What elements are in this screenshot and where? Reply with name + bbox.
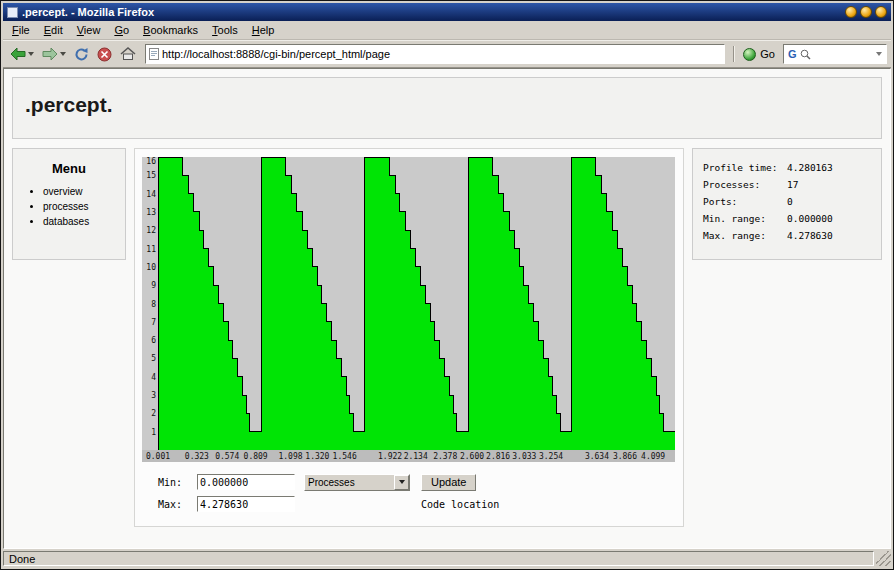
- x-tick-label: 1.922: [378, 452, 402, 461]
- main-panel: 16151413121110987654321 0.0010.3230.5740…: [134, 148, 684, 527]
- url-input[interactable]: [162, 46, 721, 62]
- y-tick-label: 10: [142, 263, 156, 272]
- forward-button[interactable]: [39, 42, 69, 66]
- x-tick-label: 2.134: [404, 452, 428, 461]
- activity-area-series: [158, 157, 675, 450]
- go-button[interactable]: Go: [739, 43, 779, 65]
- y-tick-label: 11: [142, 245, 156, 254]
- x-tick-label: 2.600: [460, 452, 484, 461]
- info-panel: Profile time:4.280163Processes:17Ports:0…: [692, 148, 882, 260]
- content-row: Menu overviewprocessesdatabases 16151413…: [12, 148, 882, 527]
- min-input[interactable]: [197, 474, 295, 490]
- activity-chart: 16151413121110987654321 0.0010.3230.5740…: [142, 157, 676, 462]
- browser-window: .percept. - Mozilla Firefox FileEditView…: [0, 0, 894, 570]
- sidebar: Menu overviewprocessesdatabases: [12, 148, 126, 260]
- titlebar[interactable]: .percept. - Mozilla Firefox: [3, 3, 891, 21]
- menu-item-file[interactable]: File: [5, 22, 37, 38]
- status-text: Done: [9, 553, 35, 565]
- menu-item-tools[interactable]: Tools: [205, 22, 245, 38]
- max-input[interactable]: [197, 496, 295, 512]
- sidebar-item-processes[interactable]: processes: [43, 201, 119, 212]
- forward-arrow-icon: [42, 47, 58, 61]
- window-buttons: [845, 6, 887, 18]
- y-tick-label: 4: [142, 373, 156, 382]
- statusbar: Done: [3, 549, 891, 567]
- chart-plot-area[interactable]: [158, 157, 675, 450]
- page-title: .percept.: [25, 93, 113, 116]
- y-tick-label: 7: [142, 318, 156, 327]
- chart-x-axis: 0.0010.3230.5740.8091.0981.3201.5461.922…: [142, 450, 675, 462]
- forward-dropdown-caret-icon[interactable]: [60, 52, 66, 56]
- info-line-value: 4.280163: [787, 159, 833, 176]
- menu-item-view[interactable]: View: [70, 22, 108, 38]
- update-button[interactable]: Update: [421, 474, 476, 491]
- menu-item-bookmarks[interactable]: Bookmarks: [136, 22, 205, 38]
- y-tick-label: 3: [142, 391, 156, 400]
- x-tick-label: 2.378: [433, 452, 457, 461]
- x-tick-label: 1.320: [305, 452, 329, 461]
- menubar: FileEditViewGoBookmarksToolsHelp: [3, 21, 891, 40]
- back-arrow-icon: [10, 47, 26, 61]
- navigation-toolbar: Go G: [3, 40, 891, 68]
- page-favicon-icon: [149, 48, 159, 60]
- info-line-label: Max. range:: [703, 227, 787, 244]
- select-dropdown-arrow-icon[interactable]: [394, 475, 409, 490]
- search-box[interactable]: G: [783, 44, 887, 64]
- info-line-label: Processes:: [703, 176, 787, 193]
- browser-viewport: .percept. Menu overviewprocessesdatabase…: [3, 68, 891, 549]
- sidebar-menu-list: overviewprocessesdatabases: [43, 186, 119, 227]
- x-tick-label: 4.099: [641, 452, 665, 461]
- info-line-label: Min. range:: [703, 210, 787, 227]
- info-line-label: Ports:: [703, 193, 787, 210]
- info-line: Min. range:0.000000: [703, 210, 871, 227]
- status-panel: Done: [3, 551, 874, 566]
- x-tick-label: 0.323: [185, 452, 209, 461]
- y-tick-label: 2: [142, 409, 156, 418]
- y-tick-label: 14: [142, 190, 156, 199]
- info-panel-lines: Profile time:4.280163Processes:17Ports:0…: [703, 159, 871, 244]
- url-bar[interactable]: [145, 44, 725, 64]
- range-controls: Min: Processes Update Max: Code location: [158, 472, 676, 514]
- y-tick-label: 1: [142, 428, 156, 437]
- chart-y-axis: 16151413121110987654321: [142, 157, 158, 450]
- close-button[interactable]: [875, 6, 887, 18]
- maximize-button[interactable]: [860, 6, 872, 18]
- home-button[interactable]: [117, 42, 139, 66]
- sidebar-title: Menu: [19, 161, 119, 176]
- y-tick-label: 12: [142, 226, 156, 235]
- view-select[interactable]: Processes: [304, 474, 410, 491]
- menu-item-edit[interactable]: Edit: [37, 22, 70, 38]
- x-tick-label: 0.809: [244, 452, 268, 461]
- x-tick-label: 1.098: [278, 452, 302, 461]
- info-line: Max. range:4.278630: [703, 227, 871, 244]
- resize-grip[interactable]: [876, 551, 891, 566]
- window-page-icon: [7, 7, 18, 18]
- info-line: Processes:17: [703, 176, 871, 193]
- sidebar-item-overview[interactable]: overview: [43, 186, 119, 197]
- menu-item-help[interactable]: Help: [245, 22, 282, 38]
- min-label: Min:: [158, 477, 190, 488]
- y-tick-label: 13: [142, 208, 156, 217]
- window-title: .percept. - Mozilla Firefox: [22, 6, 841, 18]
- info-line: Ports:0: [703, 193, 871, 210]
- reload-button[interactable]: [71, 42, 92, 66]
- x-tick-label: 0.001: [146, 452, 170, 461]
- toolbar-separator: [733, 46, 735, 62]
- info-line-value: 0: [787, 193, 793, 210]
- back-button[interactable]: [7, 42, 37, 66]
- info-line: Profile time:4.280163: [703, 159, 871, 176]
- y-tick-label: 16: [142, 157, 156, 166]
- search-engine-icon: G: [788, 49, 797, 60]
- y-tick-label: 8: [142, 300, 156, 309]
- home-icon: [120, 47, 136, 61]
- stop-button[interactable]: [94, 42, 115, 66]
- sidebar-item-databases[interactable]: databases: [43, 216, 119, 227]
- minimize-button[interactable]: [845, 6, 857, 18]
- y-tick-label: 9: [142, 281, 156, 290]
- x-tick-label: 3.634: [585, 452, 609, 461]
- search-dropdown-caret-icon[interactable]: [876, 52, 882, 56]
- menu-item-go[interactable]: Go: [107, 22, 136, 38]
- back-dropdown-caret-icon[interactable]: [28, 52, 34, 56]
- y-tick-label: 15: [142, 171, 156, 180]
- view-select-value: Processes: [305, 477, 394, 488]
